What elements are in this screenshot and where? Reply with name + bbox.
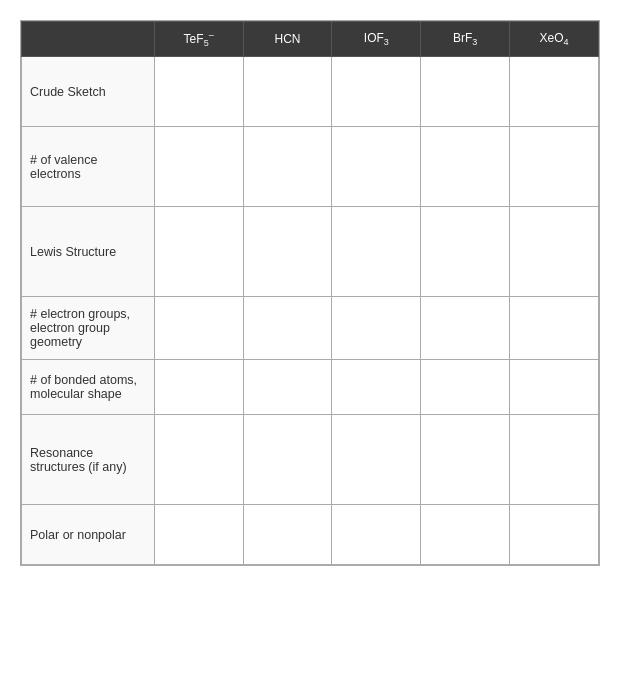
cell-polar-xeo4 bbox=[510, 505, 599, 565]
cell-electron-groups-brf3 bbox=[421, 297, 510, 360]
header-iof3: IOF3 bbox=[332, 22, 421, 57]
cell-crude-sketch-tef5 bbox=[154, 57, 243, 127]
cell-valence-iof3 bbox=[332, 127, 421, 207]
cell-electron-groups-xeo4 bbox=[510, 297, 599, 360]
cell-valence-hcn bbox=[243, 127, 332, 207]
row-crude-sketch: Crude Sketch bbox=[22, 57, 599, 127]
row-electron-groups: # electron groups, electron group geomet… bbox=[22, 297, 599, 360]
cell-valence-xeo4 bbox=[510, 127, 599, 207]
cell-electron-groups-iof3 bbox=[332, 297, 421, 360]
cell-polar-hcn bbox=[243, 505, 332, 565]
cell-crude-sketch-xeo4 bbox=[510, 57, 599, 127]
label-valence-electrons: # of valence electrons bbox=[22, 127, 155, 207]
cell-crude-sketch-brf3 bbox=[421, 57, 510, 127]
label-electron-groups: # electron groups, electron group geomet… bbox=[22, 297, 155, 360]
main-table-wrapper: TeF5– HCN IOF3 BrF3 XeO4 Crude Sketch # … bbox=[20, 20, 600, 566]
cell-resonance-xeo4 bbox=[510, 415, 599, 505]
cell-valence-brf3 bbox=[421, 127, 510, 207]
cell-bonded-atoms-hcn bbox=[243, 360, 332, 415]
header-tef5: TeF5– bbox=[154, 22, 243, 57]
label-crude-sketch: Crude Sketch bbox=[22, 57, 155, 127]
header-brf3: BrF3 bbox=[421, 22, 510, 57]
row-lewis-structure: Lewis Structure bbox=[22, 207, 599, 297]
cell-resonance-brf3 bbox=[421, 415, 510, 505]
cell-bonded-atoms-tef5 bbox=[154, 360, 243, 415]
cell-lewis-tef5 bbox=[154, 207, 243, 297]
label-resonance: Resonance structures (if any) bbox=[22, 415, 155, 505]
cell-crude-sketch-hcn bbox=[243, 57, 332, 127]
cell-bonded-atoms-brf3 bbox=[421, 360, 510, 415]
row-valence-electrons: # of valence electrons bbox=[22, 127, 599, 207]
label-polar: Polar or nonpolar bbox=[22, 505, 155, 565]
cell-crude-sketch-iof3 bbox=[332, 57, 421, 127]
row-resonance: Resonance structures (if any) bbox=[22, 415, 599, 505]
cell-lewis-brf3 bbox=[421, 207, 510, 297]
chemistry-table: TeF5– HCN IOF3 BrF3 XeO4 Crude Sketch # … bbox=[21, 21, 599, 565]
cell-polar-tef5 bbox=[154, 505, 243, 565]
header-hcn: HCN bbox=[243, 22, 332, 57]
cell-valence-tef5 bbox=[154, 127, 243, 207]
cell-polar-iof3 bbox=[332, 505, 421, 565]
row-polar: Polar or nonpolar bbox=[22, 505, 599, 565]
cell-lewis-iof3 bbox=[332, 207, 421, 297]
cell-electron-groups-tef5 bbox=[154, 297, 243, 360]
cell-electron-groups-hcn bbox=[243, 297, 332, 360]
header-label-cell bbox=[22, 22, 155, 57]
cell-lewis-xeo4 bbox=[510, 207, 599, 297]
cell-resonance-tef5 bbox=[154, 415, 243, 505]
label-bonded-atoms: # of bonded atoms, molecular shape bbox=[22, 360, 155, 415]
header-xeo4: XeO4 bbox=[510, 22, 599, 57]
cell-lewis-hcn bbox=[243, 207, 332, 297]
cell-resonance-hcn bbox=[243, 415, 332, 505]
header-row: TeF5– HCN IOF3 BrF3 XeO4 bbox=[22, 22, 599, 57]
cell-resonance-iof3 bbox=[332, 415, 421, 505]
cell-polar-brf3 bbox=[421, 505, 510, 565]
cell-bonded-atoms-iof3 bbox=[332, 360, 421, 415]
label-lewis-structure: Lewis Structure bbox=[22, 207, 155, 297]
cell-bonded-atoms-xeo4 bbox=[510, 360, 599, 415]
row-bonded-atoms: # of bonded atoms, molecular shape bbox=[22, 360, 599, 415]
